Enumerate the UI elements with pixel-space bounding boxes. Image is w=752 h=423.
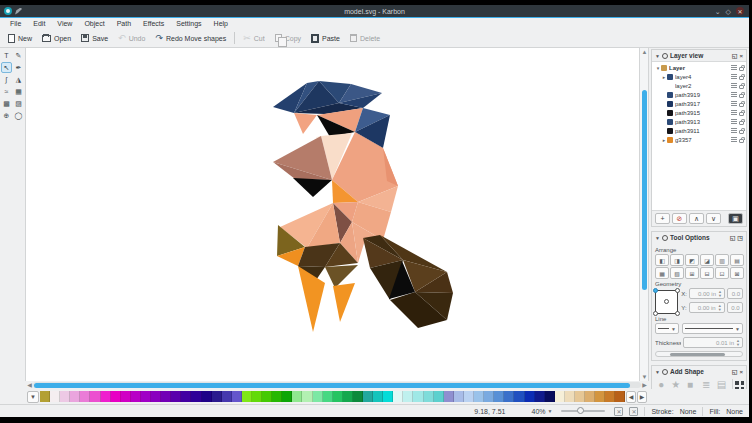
- thickness-input[interactable]: 0.01 in▲▼: [683, 337, 743, 348]
- float-panel-icon[interactable]: ◱: [732, 53, 738, 59]
- path-edit-tool[interactable]: ≈: [1, 86, 12, 97]
- color-swatch-9[interactable]: [121, 391, 131, 402]
- palette-scroll-left-button[interactable]: ◀: [626, 391, 636, 403]
- tool-options-scrollbar[interactable]: [655, 351, 743, 357]
- color-swatch-15[interactable]: [181, 391, 191, 402]
- color-swatch-49[interactable]: [525, 391, 535, 402]
- zoom-select[interactable]: 40%▼: [531, 408, 552, 415]
- pattern-tool[interactable]: ▦: [13, 86, 24, 97]
- y-input[interactable]: 0.00 in▲▼: [689, 302, 725, 313]
- delete-layer-button[interactable]: ⊘: [672, 213, 687, 224]
- color-swatch-17[interactable]: [202, 391, 212, 402]
- paste-button[interactable]: Paste: [306, 32, 345, 45]
- color-swatch-55[interactable]: [585, 391, 595, 402]
- close-panel-icon[interactable]: ×: [739, 369, 743, 375]
- menu-help[interactable]: Help: [208, 20, 234, 27]
- horizontal-scrollbar[interactable]: ◀ ▶: [26, 381, 648, 389]
- vertical-scroll-thumb[interactable]: [642, 90, 647, 290]
- color-swatch-20[interactable]: [232, 391, 242, 402]
- color-swatch-33[interactable]: [363, 391, 373, 402]
- zoom-slider[interactable]: [561, 410, 605, 412]
- layer-tree-item[interactable]: path3913: [652, 117, 746, 126]
- color-swatch-12[interactable]: [151, 391, 161, 402]
- layer-lock-icon[interactable]: [739, 139, 744, 143]
- layer-tree-item[interactable]: ▾Layer: [652, 63, 746, 72]
- layer-lock-icon[interactable]: [739, 94, 744, 98]
- color-swatch-39[interactable]: [424, 391, 434, 402]
- fill-tool[interactable]: ▨: [13, 98, 24, 109]
- color-swatch-23[interactable]: [262, 391, 272, 402]
- layer-tree-item[interactable]: path3917: [652, 99, 746, 108]
- minimize-button[interactable]: ⌄: [715, 8, 721, 15]
- brush-tool[interactable]: ▩: [1, 98, 12, 109]
- menu-effects[interactable]: Effects: [137, 20, 170, 27]
- anchor-point-selector[interactable]: [655, 290, 678, 314]
- collapse-arrow-icon[interactable]: ▼: [655, 369, 660, 375]
- new-button[interactable]: New: [3, 32, 37, 45]
- layer-tree-item[interactable]: path3919: [652, 90, 746, 99]
- arrange-button-7[interactable]: ▦: [655, 267, 669, 279]
- layer-properties-icon[interactable]: [731, 74, 737, 79]
- color-swatch-21[interactable]: [242, 391, 252, 402]
- color-swatch-47[interactable]: [504, 391, 514, 402]
- vertical-scrollbar[interactable]: ▲ ▼: [639, 48, 648, 381]
- maximize-button[interactable]: ◇: [726, 8, 731, 15]
- zoom-tool[interactable]: ⊕: [1, 110, 12, 121]
- collapse-arrow-icon[interactable]: ▼: [655, 235, 660, 241]
- color-swatch-38[interactable]: [413, 391, 423, 402]
- arrange-button-9[interactable]: ⊞: [685, 267, 699, 279]
- color-swatch-34[interactable]: [373, 391, 383, 402]
- layer-menu-button[interactable]: ▣: [728, 213, 743, 224]
- palette-dropdown-button[interactable]: ▼: [27, 391, 39, 403]
- layer-lock-icon[interactable]: [739, 103, 744, 107]
- color-swatch-26[interactable]: [292, 391, 302, 402]
- color-swatch-46[interactable]: [494, 391, 504, 402]
- menu-settings[interactable]: Settings: [170, 20, 207, 27]
- close-button[interactable]: ✕: [736, 7, 744, 15]
- scroll-down-icon[interactable]: ▼: [640, 373, 649, 381]
- layer-properties-icon[interactable]: [731, 119, 737, 124]
- layer-properties-icon[interactable]: [731, 101, 737, 106]
- color-swatch-19[interactable]: [222, 391, 232, 402]
- menu-file[interactable]: File: [4, 20, 27, 27]
- arrange-button-5[interactable]: ▥: [715, 254, 729, 266]
- artwork-polygon-36[interactable]: [298, 266, 325, 332]
- color-swatch-43[interactable]: [464, 391, 474, 402]
- color-swatch-50[interactable]: [535, 391, 545, 402]
- layer-lock-icon[interactable]: [739, 121, 744, 125]
- stroke-value[interactable]: None: [680, 408, 697, 415]
- color-swatch-5[interactable]: [80, 391, 90, 402]
- float-panel-icon[interactable]: ◱: [732, 369, 738, 375]
- page-mode-icon[interactable]: ✕: [614, 407, 623, 416]
- layer-properties-icon[interactable]: [731, 65, 737, 70]
- lower-layer-button[interactable]: ∨: [706, 213, 721, 224]
- color-swatch-44[interactable]: [474, 391, 484, 402]
- scroll-left-icon[interactable]: ◀: [26, 381, 33, 389]
- line-style-select[interactable]: ▼: [682, 323, 743, 334]
- layer-lock-icon[interactable]: [739, 85, 744, 89]
- dock-panel-icon[interactable]: ◳: [737, 235, 743, 241]
- calligraphy-tool[interactable]: ∫: [1, 74, 12, 85]
- menu-view[interactable]: View: [51, 20, 78, 27]
- close-panel-icon[interactable]: ×: [739, 53, 743, 59]
- color-swatch-42[interactable]: [454, 391, 464, 402]
- color-swatch-40[interactable]: [434, 391, 444, 402]
- horizontal-scroll-thumb[interactable]: [34, 383, 630, 388]
- layer-tree-item[interactable]: layer2: [652, 81, 746, 90]
- x-input[interactable]: 0.00 in▲▼: [689, 288, 725, 299]
- line-cap-select[interactable]: ▼: [655, 323, 679, 334]
- float-panel-icon[interactable]: ◱: [730, 235, 736, 241]
- color-swatch-56[interactable]: [595, 391, 605, 402]
- zoom-slider-knob[interactable]: [577, 407, 584, 414]
- save-button[interactable]: Save: [76, 32, 113, 44]
- color-swatch-36[interactable]: [393, 391, 403, 402]
- arrange-button-2[interactable]: ◨: [670, 254, 684, 266]
- color-swatch-10[interactable]: [131, 391, 141, 402]
- menu-edit[interactable]: Edit: [27, 20, 51, 27]
- artwork-polygon-37[interactable]: [333, 283, 355, 322]
- raise-layer-button[interactable]: ∧: [689, 213, 704, 224]
- arrange-button-11[interactable]: ⊡: [715, 267, 729, 279]
- layer-properties-icon[interactable]: [731, 110, 737, 115]
- selection-tool[interactable]: ↖: [1, 62, 12, 73]
- color-swatch-18[interactable]: [212, 391, 222, 402]
